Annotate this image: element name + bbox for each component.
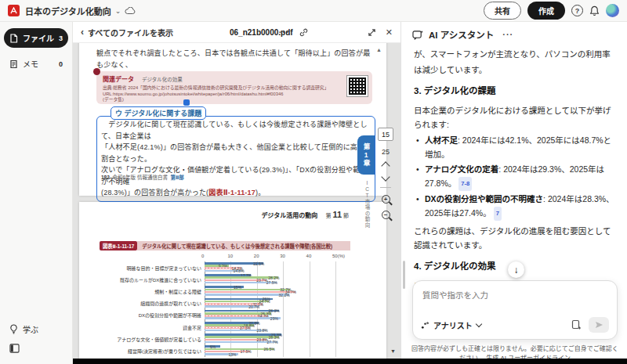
x-axis-tick: 0	[201, 254, 204, 258]
paragraph-line: デジタル化に関して現在認識している、もしくは今後想定される課題や障壁として、日本…	[101, 119, 371, 142]
figure-label: 図表Ⅱ-1-11-17	[100, 241, 137, 250]
page-controls-rail: 15 25 + −	[377, 128, 394, 219]
figure-reference[interactable]: 図表Ⅱ-1-11-17	[208, 189, 256, 196]
link-icon[interactable]	[299, 28, 308, 37]
page-footer: 182 令和6年版 情報通信白書 第Ⅱ部	[101, 173, 184, 181]
files-count-badge: 3	[59, 34, 63, 42]
sidebar-notes-label: メモ	[23, 58, 38, 70]
lightbulb-icon	[9, 324, 18, 334]
expand-icon[interactable]	[368, 28, 376, 37]
chart-category-label: 既存のルールがDX推進に合っていない	[100, 276, 201, 283]
related-data-title: デジタル化の効果	[142, 75, 183, 83]
document-toolbar: ‹ すべてのファイルを表示 06_n21b0000.pdf ··· ✕	[73, 22, 400, 43]
x-axis-tick: 50(%)	[332, 254, 345, 258]
sidebar-item-files[interactable]: ファイル 3	[4, 28, 68, 48]
notifications-bell-icon[interactable]	[589, 5, 600, 16]
bar-value-label: 13%	[228, 352, 236, 357]
current-page-input[interactable]: 15	[378, 128, 393, 141]
assistant-mode-label: アナリスト	[433, 319, 473, 331]
scrollbar-down-arrow[interactable]: ▼	[390, 348, 396, 354]
bar-value-label: 32.2%	[279, 293, 290, 297]
add-to-document-icon[interactable]	[571, 319, 582, 330]
chart-category-label: 明確な目的・目標が定まっていない	[100, 265, 201, 272]
scroll-to-bottom-button[interactable]: ↓	[508, 261, 524, 278]
sidebar-item-notes[interactable]: メモ 0	[4, 54, 68, 74]
x-axis-tick: 40	[306, 254, 312, 258]
chart-category-label: DXの役割分担や範囲が不明確	[100, 312, 201, 319]
pdf-viewer[interactable]: 観点でそれぞれ調査したところ、日本では各観点に共通して「期待以上」の回答が最も少…	[73, 43, 400, 359]
ai-more-menu[interactable]: ···	[502, 30, 513, 39]
related-data-note: (データ集)	[103, 97, 338, 103]
chart-category-label: 組織間の連携が取れていない	[100, 300, 201, 307]
bar-value-label: 28.3%	[269, 335, 280, 340]
collapse-sidebar-button[interactable]	[0, 339, 73, 358]
related-data-box: 関連データ デジタル化の効果 出典:総務省 2024「国内外における最新の情報通…	[96, 71, 372, 104]
learn-label: 学ぶ	[23, 323, 38, 335]
acrobat-pdf-icon	[8, 5, 20, 16]
create-button[interactable]: 作成	[527, 2, 565, 20]
send-button[interactable]	[589, 317, 609, 333]
ai-highlighted-paragraph: デジタル化に関して現在認識している、もしくは今後想定される課題や障壁として、日本…	[96, 116, 375, 202]
ai-outro: これらの課題は、デジタル化の進展を阻む要因として認識されています。	[414, 224, 618, 252]
panel-collapse-icon	[9, 344, 20, 353]
help-icon[interactable]: ?	[571, 5, 583, 16]
ai-panel-title: AI アシスタント	[429, 28, 494, 41]
ai-prompt-card[interactable]: 質問や指示を入力 アナリスト	[412, 280, 618, 340]
open-file-name: 06_n21b0000.pdf	[230, 28, 293, 37]
chart-title: デジタル化に関して現在認識している、もしくは今後想定される課題や障壁(各国比較)	[137, 241, 350, 250]
chart-category-label: 経営陣(決定権者)が乗り気ではない	[100, 348, 201, 355]
send-arrow-icon	[595, 321, 603, 329]
citation-badge[interactable]: 7-8	[458, 177, 472, 191]
zoom-in-button[interactable]: +	[382, 195, 390, 204]
window-bottom-strip	[73, 359, 627, 364]
title-chevron-down-icon[interactable]: ⌄	[115, 7, 121, 15]
paragraph-line: (28.3%)」の回答割合が高かった(図表Ⅱ-1-11-17)。	[101, 187, 371, 199]
section-heading-highlighted: ウ デジタル化に関する課題	[111, 106, 206, 120]
ai-panel-scrollbar[interactable]	[403, 261, 405, 289]
x-axis-tick: 30	[280, 254, 285, 258]
previous-page-button[interactable]	[381, 161, 390, 170]
user-avatar[interactable]	[606, 4, 619, 17]
close-document-icon[interactable]: ✕	[386, 27, 393, 38]
ai-assistant-icon	[412, 30, 423, 40]
rail-divider	[380, 187, 391, 188]
bar-value-label: 22.5%	[253, 261, 264, 266]
bar-value-label: 20.7%	[248, 305, 259, 309]
show-all-files-label: すべてのファイルを表示	[88, 27, 173, 38]
chapter-tab[interactable]: 第1章	[357, 135, 375, 175]
ai-bullet-list: 人材不足: 2024年には42.1%、2025年には48.7%と増加。アナログ文…	[414, 133, 618, 221]
document-column: ‹ すべてのファイルを表示 06_n21b0000.pdf ··· ✕ 観点でそ…	[73, 22, 400, 364]
gridline	[283, 261, 284, 357]
bar-value-label: 27.7%	[267, 340, 278, 344]
ai-citation-marker[interactable]	[183, 99, 190, 106]
citation-badge[interactable]: 7	[494, 207, 502, 221]
x-axis-tick: 10	[227, 254, 233, 258]
related-data-url[interactable]: URL:https://www.soumu.go.jp/johotsusinto…	[103, 92, 338, 98]
document-title: 日本のデジタル化動向	[25, 5, 111, 17]
left-sidebar: ファイル 3 メモ 0 学ぶ	[0, 22, 73, 364]
bar-中国	[205, 294, 289, 296]
share-button[interactable]: 共有	[484, 2, 521, 20]
assistant-mode-selector[interactable]: アナリスト	[421, 319, 481, 331]
scrollbar-up-arrow[interactable]: ▲	[376, 47, 382, 52]
bar-value-label: 17.5%	[240, 349, 251, 354]
pdf-page-182: 観点でそれぞれ調査したところ、日本では各観点に共通して「期待以上」の回答が最も少…	[79, 43, 386, 196]
next-page-button[interactable]	[381, 172, 390, 181]
back-chevron-icon: ‹	[81, 27, 84, 38]
show-all-files-link[interactable]: ‹ すべてのファイルを表示	[81, 27, 173, 38]
cloud-icon	[125, 7, 136, 15]
related-data-source: 出典:総務省 2024「国内外における最新の情報通信技術の研究開発及びデジタル活…	[103, 85, 338, 92]
top-bar: 日本のデジタル化動向 ⌄ 共有 作成 ?	[0, 0, 627, 22]
prompt-input[interactable]: 質問や指示を入力	[422, 289, 607, 301]
total-pages-label: 25	[382, 148, 390, 156]
qr-code	[347, 76, 368, 96]
mode-chevron-down-icon	[476, 321, 482, 327]
gridline	[310, 261, 310, 357]
page2-header: デジタル活用の動向 第 11 節	[261, 210, 349, 219]
ai-bullet-item: 人材不足: 2024年には42.1%、2025年には48.7%と増加。	[414, 133, 618, 161]
gridline	[335, 261, 336, 357]
bar-value-label: 23.8%	[256, 328, 267, 333]
zoom-out-button[interactable]: −	[382, 211, 390, 219]
x-axis-tick: 20	[254, 254, 259, 258]
sidebar-item-learn[interactable]: 学ぶ	[0, 319, 73, 339]
